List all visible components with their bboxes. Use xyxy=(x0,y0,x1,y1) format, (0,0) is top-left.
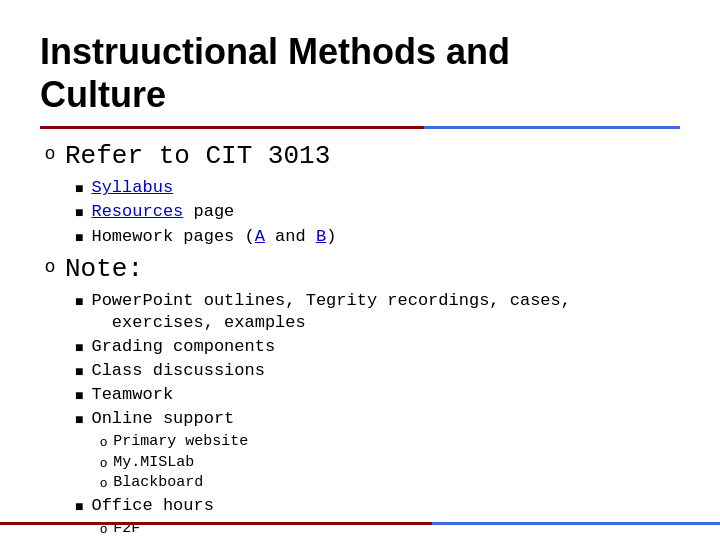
bottom-divider xyxy=(0,522,720,525)
online-support-sublist: o Primary website o My.MISLab o Blackboa… xyxy=(100,432,680,493)
bullet-icon: ■ xyxy=(75,293,83,309)
list-item: ■ Resources page xyxy=(75,201,680,223)
section1-label: Refer to CIT 3013 xyxy=(65,141,330,171)
slide-content: o Refer to CIT 3013 ■ Syllabus ■ Resourc… xyxy=(40,141,680,540)
bullet-icon: ■ xyxy=(75,387,83,403)
section1-header: o Refer to CIT 3013 xyxy=(45,141,680,171)
grading-item: Grading components xyxy=(91,336,275,358)
list-item: ■ Class discussions xyxy=(75,360,680,382)
slide-title: Instruuctional Methods and Culture xyxy=(40,30,680,116)
section2-header: o Note: xyxy=(45,254,680,284)
sub-bullet-icon: o xyxy=(100,455,107,470)
title-section: Instruuctional Methods and Culture xyxy=(40,30,680,116)
resources-link[interactable]: Resources page xyxy=(91,201,234,223)
list-item: ■ Grading components xyxy=(75,336,680,358)
online-support-item: Online support xyxy=(91,408,234,430)
bullet-icon: ■ xyxy=(75,363,83,379)
mymislab-item: My.MISLab xyxy=(113,453,194,473)
bullet-icon: ■ xyxy=(75,411,83,427)
list-item: o My.MISLab xyxy=(100,453,680,473)
slide: Instruuctional Methods and Culture o Ref… xyxy=(0,0,720,540)
online-support-group: ■ Online support o Primary website o My.… xyxy=(75,408,680,493)
section1-list: ■ Syllabus ■ Resources page ■ Homework p… xyxy=(75,177,680,247)
primary-website-item: Primary website xyxy=(113,432,248,452)
bullet-icon: ■ xyxy=(75,204,83,220)
office-hours-group: ■ Office hours o F2F o Virtual xyxy=(75,495,680,540)
section2-bullet: o xyxy=(45,256,55,277)
bullet-icon: ■ xyxy=(75,180,83,196)
section2-list: ■ PowerPoint outlines, Tegrity recording… xyxy=(75,290,680,540)
bullet-icon: ■ xyxy=(75,498,83,514)
office-hours-item: Office hours xyxy=(91,495,213,517)
list-item: ■ Homework pages (A and B) xyxy=(75,226,680,248)
list-item: ■ Online support xyxy=(75,408,680,430)
list-item: ■ Office hours xyxy=(75,495,680,517)
list-item: ■ Teamwork xyxy=(75,384,680,406)
list-item: o Blackboard xyxy=(100,473,680,493)
powerpoint-item: PowerPoint outlines, Tegrity recordings,… xyxy=(91,290,570,334)
blackboard-item: Blackboard xyxy=(113,473,203,493)
section1-bullet: o xyxy=(45,143,55,164)
teamwork-item: Teamwork xyxy=(91,384,173,406)
class-discussions-item: Class discussions xyxy=(91,360,264,382)
section2-label: Note: xyxy=(65,254,143,284)
list-item: o Primary website xyxy=(100,432,680,452)
syllabus-link[interactable]: Syllabus xyxy=(91,177,173,199)
list-item: ■ PowerPoint outlines, Tegrity recording… xyxy=(75,290,680,334)
sub-bullet-icon: o xyxy=(100,475,107,490)
bullet-icon: ■ xyxy=(75,229,83,245)
sub-bullet-icon: o xyxy=(100,434,107,449)
title-divider xyxy=(40,126,680,129)
homework-item: Homework pages (A and B) xyxy=(91,226,336,248)
bullet-icon: ■ xyxy=(75,339,83,355)
list-item: ■ Syllabus xyxy=(75,177,680,199)
